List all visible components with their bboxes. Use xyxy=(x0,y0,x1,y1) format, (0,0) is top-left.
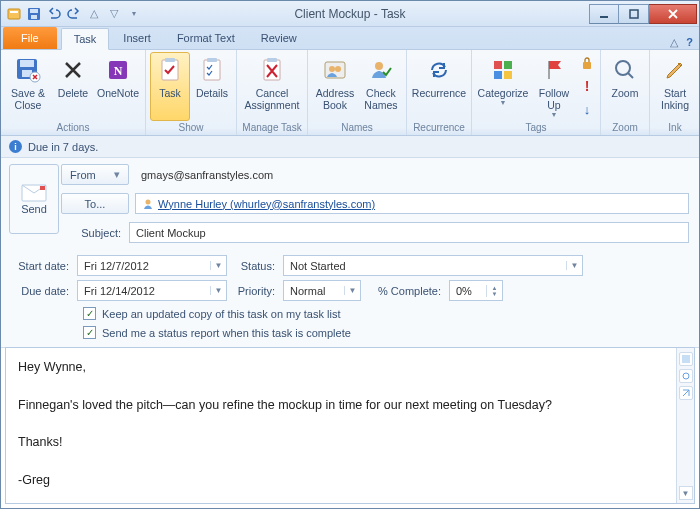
save-and-close-button[interactable]: Save & Close xyxy=(5,52,51,121)
svg-rect-1 xyxy=(10,11,18,13)
complete-spinner[interactable]: 0% ▲▼ xyxy=(449,280,503,301)
recurrence-button[interactable]: Recurrence xyxy=(411,52,467,121)
cancel-assignment-button[interactable]: Cancel Assignment xyxy=(241,52,303,121)
zoom-button[interactable]: Zoom xyxy=(605,52,645,121)
priority-dropdown[interactable]: Normal▼ xyxy=(283,280,361,301)
subject-label: Subject: xyxy=(61,227,129,239)
start-inking-button[interactable]: Start Inking xyxy=(654,52,696,121)
label: Categorize xyxy=(478,87,529,99)
tab-task[interactable]: Task xyxy=(61,28,110,50)
group-label: Ink xyxy=(654,121,696,135)
complete-label: % Complete: xyxy=(369,285,449,297)
body-gutter: ▼ xyxy=(676,348,694,503)
qat-customize-icon[interactable]: ▾ xyxy=(125,5,143,23)
send-report-checkbox[interactable]: ✓ xyxy=(83,326,96,339)
close-button[interactable] xyxy=(649,4,697,24)
gutter-btn-2[interactable] xyxy=(679,369,693,383)
svg-point-20 xyxy=(329,66,335,72)
svg-rect-0 xyxy=(8,9,20,19)
tab-insert[interactable]: Insert xyxy=(111,27,163,49)
send-button[interactable]: Send xyxy=(9,164,59,234)
title-bar: △ ▽ ▾ Client Mockup - Task xyxy=(1,1,699,27)
svg-rect-24 xyxy=(504,61,512,69)
status-dropdown[interactable]: Not Started▼ xyxy=(283,255,583,276)
label: Save & Close xyxy=(6,87,50,111)
tab-file[interactable]: File xyxy=(3,27,57,49)
priority-label: Priority: xyxy=(235,285,283,297)
from-button[interactable]: From▾ xyxy=(61,164,129,185)
info-text: Due in 7 days. xyxy=(28,141,98,153)
to-value[interactable]: Wynne Hurley (whurley@sanfranstyles.com) xyxy=(158,198,375,210)
contact-icon xyxy=(142,198,154,210)
onenote-button[interactable]: N OneNote xyxy=(95,52,141,121)
previous-item-icon[interactable]: △ xyxy=(85,5,103,23)
app-icon[interactable] xyxy=(5,5,23,23)
label: Start Inking xyxy=(655,87,695,111)
label: Follow Up xyxy=(533,87,575,111)
subject-field[interactable]: Client Mockup xyxy=(129,222,689,243)
message-body[interactable]: Hey Wynne, Finnegan's loved the pitch—ca… xyxy=(6,348,676,503)
next-item-icon[interactable]: ▽ xyxy=(105,5,123,23)
delete-button[interactable]: Delete xyxy=(53,52,93,121)
label: OneNote xyxy=(97,87,139,99)
undo-icon[interactable] xyxy=(45,5,63,23)
message-body-container: Hey Wynne, Finnegan's loved the pitch—ca… xyxy=(5,347,695,504)
low-importance-icon[interactable]: ↓ xyxy=(584,102,591,117)
address-book-button[interactable]: Address Book xyxy=(312,52,358,121)
redo-icon[interactable] xyxy=(65,5,83,23)
svg-point-21 xyxy=(335,66,341,72)
svg-text:N: N xyxy=(114,64,123,78)
svg-rect-8 xyxy=(20,60,34,67)
tab-format-text[interactable]: Format Text xyxy=(165,27,247,49)
window-buttons xyxy=(589,4,697,24)
label: Recurrence xyxy=(412,87,466,99)
svg-rect-15 xyxy=(204,60,220,80)
ribbon-tab-row: File Task Insert Format Text Review △ ? xyxy=(1,27,699,50)
to-button[interactable]: To... xyxy=(61,193,129,214)
send-report-label: Send me a status report when this task i… xyxy=(102,327,351,339)
svg-rect-25 xyxy=(494,71,502,79)
maximize-button[interactable] xyxy=(619,4,649,24)
svg-rect-23 xyxy=(494,61,502,69)
label: Cancel Assignment xyxy=(242,87,302,111)
gutter-btn-1[interactable] xyxy=(679,352,693,366)
svg-rect-16 xyxy=(207,58,217,62)
private-icon[interactable] xyxy=(580,56,594,70)
help-icon[interactable]: ? xyxy=(686,36,693,49)
details-button[interactable]: Details xyxy=(192,52,232,121)
categorize-button[interactable]: Categorize▼ xyxy=(476,52,530,121)
minimize-button[interactable] xyxy=(589,4,619,24)
svg-rect-18 xyxy=(267,58,277,62)
tab-review[interactable]: Review xyxy=(249,27,309,49)
check-names-button[interactable]: Check Names xyxy=(360,52,402,121)
group-label: Show xyxy=(150,121,232,135)
start-date-label: Start date: xyxy=(9,260,77,272)
svg-point-31 xyxy=(146,199,151,204)
save-icon[interactable] xyxy=(25,5,43,23)
scroll-down-icon[interactable]: ▼ xyxy=(679,486,693,500)
group-label: Names xyxy=(312,121,402,135)
svg-rect-4 xyxy=(31,15,37,19)
gutter-btn-3[interactable] xyxy=(679,386,693,400)
label: Zoom xyxy=(612,87,639,99)
label: Delete xyxy=(58,87,88,99)
due-date-picker[interactable]: Fri 12/14/2012▼ xyxy=(77,280,227,301)
svg-rect-3 xyxy=(30,9,38,13)
follow-up-button[interactable]: Follow Up▼ xyxy=(532,52,576,121)
task-view-button[interactable]: Task xyxy=(150,52,190,121)
group-label: Manage Task xyxy=(241,121,303,135)
svg-rect-6 xyxy=(630,10,638,18)
svg-rect-32 xyxy=(682,355,690,363)
svg-rect-26 xyxy=(504,71,512,79)
svg-rect-5 xyxy=(600,16,608,18)
start-date-picker[interactable]: Fri 12/7/2012▼ xyxy=(77,255,227,276)
high-importance-icon[interactable]: ! xyxy=(585,78,590,94)
info-bar: i Due in 7 days. xyxy=(1,136,699,158)
minimize-ribbon-icon[interactable]: △ xyxy=(670,36,678,49)
from-value: gmays@sanfranstyles.com xyxy=(135,164,689,185)
to-field[interactable]: Wynne Hurley (whurley@sanfranstyles.com) xyxy=(135,193,689,214)
label: Send xyxy=(21,203,47,215)
svg-point-22 xyxy=(375,62,383,70)
keep-copy-checkbox[interactable]: ✓ xyxy=(83,307,96,320)
label: Address Book xyxy=(313,87,357,111)
